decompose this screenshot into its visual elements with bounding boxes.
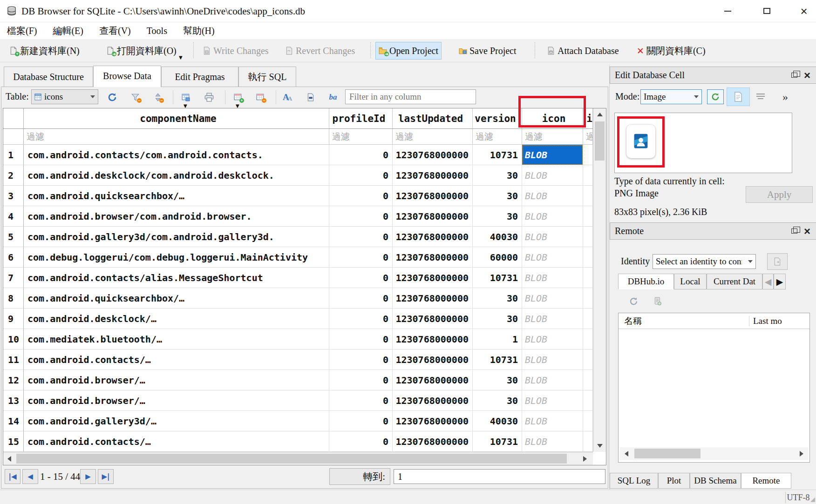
cell-componentName[interactable]: com.android.contacts/com.android.contact… [24, 145, 329, 165]
float-panel-icon[interactable] [791, 228, 797, 234]
cell-profileId[interactable]: 0 [329, 349, 393, 370]
insert-record-button[interactable]: + ▼ [232, 91, 244, 103]
cell-version[interactable]: 30 [473, 165, 522, 186]
cell-icon[interactable]: BLOB [522, 288, 583, 309]
last-page-button[interactable]: ▶| [98, 469, 114, 484]
cell-icon[interactable]: BLOB [522, 247, 583, 268]
cell-lastUpdated[interactable]: 1230768000000 [393, 390, 473, 411]
cell-version[interactable]: 30 [473, 288, 522, 309]
row-number[interactable]: 9 [3, 309, 24, 329]
clone-database-button[interactable] [767, 253, 788, 270]
remote-list-column-name[interactable]: 名稱 [619, 315, 642, 327]
scroll-up-button[interactable] [593, 108, 606, 121]
menu-edit[interactable]: 編輯(E) [46, 22, 90, 40]
filter-partial[interactable]: 過濾 [583, 129, 593, 144]
menu-view[interactable]: 查看(V) [92, 22, 138, 40]
tab-scroll-left-button[interactable]: ◀ [762, 274, 774, 289]
dock-tab-sql-log[interactable]: SQL Log [610, 473, 658, 489]
row-number[interactable]: 12 [3, 370, 24, 390]
cell-lastUpdated[interactable]: 1230768000000 [393, 288, 473, 309]
cell-icon[interactable]: BLOB [522, 431, 583, 452]
cell-componentName[interactable]: com.android.browser/com.android.browser. [24, 206, 329, 227]
cell-version[interactable]: 10731 [473, 145, 522, 165]
cell-version[interactable]: 30 [473, 309, 522, 329]
vertical-scrollbar[interactable] [593, 108, 606, 452]
next-page-button[interactable]: ▶ [80, 469, 96, 484]
remote-list-column-lastmodified[interactable]: Last mo [749, 316, 809, 326]
row-number[interactable]: 5 [3, 227, 24, 247]
cell-profileId[interactable]: 0 [329, 431, 393, 452]
save-table-button[interactable]: ▼ [180, 91, 192, 103]
encoding-indicator[interactable]: UTF-8 [785, 492, 811, 503]
cell-lastUpdated[interactable]: 1230768000000 [393, 268, 473, 288]
filter-componentName[interactable]: 過濾 [24, 129, 329, 144]
resize-grip[interactable]: ◢ [810, 496, 815, 503]
cell-lastUpdated[interactable]: 1230768000000 [393, 411, 473, 431]
close-database-button[interactable]: ✕ 關閉資料庫(C) [634, 42, 708, 60]
scroll-left-button[interactable] [620, 447, 632, 460]
cell-lastUpdated[interactable]: 1230768000000 [393, 165, 473, 186]
cell-version[interactable]: 30 [473, 370, 522, 390]
cell-partial[interactable] [583, 349, 593, 370]
cell-lastUpdated[interactable]: 1230768000000 [393, 431, 473, 452]
cell-icon[interactable]: BLOB [522, 390, 583, 411]
remote-list-scroll-thumb[interactable] [634, 449, 700, 458]
cell-componentName[interactable]: com.android.quicksearchbox/… [24, 288, 329, 309]
cell-profileId[interactable]: 0 [329, 165, 393, 186]
cell-lastUpdated[interactable]: 1230768000000 [393, 145, 473, 165]
cell-version[interactable]: 10731 [473, 431, 522, 452]
row-number[interactable]: 7 [3, 268, 24, 288]
vertical-scroll-thumb[interactable] [595, 121, 605, 161]
text-view-button[interactable] [727, 87, 750, 106]
remote-refresh-button[interactable] [627, 295, 639, 307]
cell-partial[interactable] [583, 227, 593, 247]
cell-lastUpdated[interactable]: 1230768000000 [393, 227, 473, 247]
column-header-profileId[interactable]: profileId [329, 108, 393, 128]
row-number[interactable]: 13 [3, 390, 24, 411]
column-header-icon[interactable]: icon [522, 108, 583, 128]
cell-partial[interactable] [583, 288, 593, 309]
open-database-dropdown-icon[interactable]: ▼ [179, 55, 183, 60]
remote-tab-local[interactable]: Local [674, 274, 707, 289]
find-in-table-button[interactable] [305, 91, 317, 103]
horizontal-scrollbar[interactable] [3, 452, 593, 465]
cell-componentName[interactable]: com.android.deskclock/com.android.deskcl… [24, 165, 329, 186]
cell-version[interactable]: 10731 [473, 349, 522, 370]
mode-combobox[interactable]: Image [640, 89, 702, 104]
new-database-button[interactable]: + 新建資料庫(N) [7, 42, 82, 60]
tab-execute-sql[interactable]: 執行 SQL [238, 67, 296, 87]
cell-componentName[interactable]: com.mediatek.bluetooth/… [24, 329, 329, 349]
column-header-lastUpdated[interactable]: lastUpdated [393, 108, 473, 128]
row-number[interactable]: 4 [3, 206, 24, 227]
column-header-partial[interactable]: i [583, 108, 593, 128]
minimize-button[interactable] [716, 0, 739, 22]
row-number[interactable]: 1 [3, 145, 24, 165]
first-page-button[interactable]: |◀ [5, 469, 20, 484]
delete-record-button[interactable]: − [254, 91, 266, 103]
row-number[interactable]: 10 [3, 329, 24, 349]
cell-partial[interactable] [583, 411, 593, 431]
save-project-button[interactable]: Save Project [456, 42, 519, 60]
cell-profileId[interactable]: 0 [329, 411, 393, 431]
close-panel-icon[interactable]: × [804, 71, 810, 80]
remote-tab-dbhub[interactable]: DBHub.io [618, 274, 674, 289]
cell-componentName[interactable]: com.android.browser/… [24, 390, 329, 411]
cell-partial[interactable] [583, 145, 593, 165]
cell-profileId[interactable]: 0 [329, 145, 393, 165]
cell-icon[interactable]: BLOB [522, 227, 583, 247]
cell-icon[interactable]: BLOB [522, 349, 583, 370]
cell-partial[interactable] [583, 186, 593, 206]
scroll-right-button[interactable] [796, 447, 808, 460]
open-project-button[interactable]: ➜ Open Project [375, 42, 442, 60]
scroll-right-button[interactable] [579, 452, 591, 465]
column-header-version[interactable]: version [473, 108, 522, 128]
cell-partial[interactable] [583, 390, 593, 411]
filter-profileId[interactable]: 過濾 [329, 129, 393, 144]
row-number[interactable]: 6 [3, 247, 24, 268]
cell-partial[interactable] [583, 370, 593, 390]
cell-icon[interactable]: BLOB [522, 145, 583, 165]
cell-profileId[interactable]: 0 [329, 247, 393, 268]
cell-lastUpdated[interactable]: 1230768000000 [393, 370, 473, 390]
cell-componentName[interactable]: com.android.gallery3d/com.android.galler… [24, 227, 329, 247]
cell-componentName[interactable]: com.android.contacts/… [24, 431, 329, 452]
